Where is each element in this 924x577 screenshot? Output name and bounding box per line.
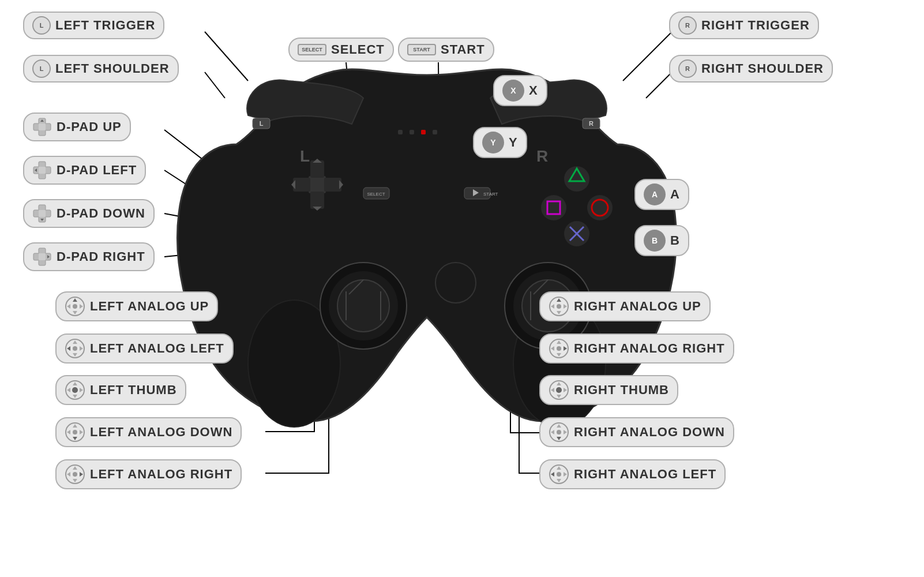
svg-text:SELECT: SELECT [367,192,385,197]
svg-point-116 [73,472,77,477]
a-button-label: A A [634,179,689,210]
svg-marker-106 [73,424,77,428]
y-button-label: Y Y [473,127,527,158]
left-analog-right-label: LEFT ANALOG RIGHT [55,459,242,489]
svg-text:R: R [589,120,594,127]
a-label-text: A [670,187,680,202]
svg-marker-109 [80,430,83,434]
left-trigger-label: L LEFT TRIGGER [23,12,164,39]
svg-rect-76 [33,210,39,217]
right-thumb-text: RIGHT THUMB [574,383,669,398]
svg-marker-131 [557,395,561,398]
svg-rect-72 [39,173,46,179]
right-analog-up-icon [549,296,569,317]
left-analog-right-icon [65,464,85,485]
left-thumb-text: LEFT THUMB [90,383,177,398]
svg-text:L: L [260,120,264,127]
svg-point-140 [557,430,561,434]
right-trigger-text: RIGHT TRIGGER [701,18,810,33]
svg-marker-133 [564,388,567,392]
right-analog-up-label: RIGHT ANALOG UP [539,291,711,321]
right-analog-up-text: RIGHT ANALOG UP [574,299,701,314]
dpad-down-text: D-PAD DOWN [57,206,145,221]
svg-marker-90 [67,304,70,309]
svg-marker-119 [557,311,561,314]
dpad-right-text: D-PAD RIGHT [57,249,145,264]
svg-marker-108 [67,430,70,434]
left-analog-left-text: LEFT ANALOG LEFT [90,341,224,356]
svg-marker-115 [80,472,83,477]
svg-marker-96 [67,346,70,351]
svg-marker-142 [557,466,561,470]
dpad-down-label: D-PAD DOWN [23,199,155,228]
x-icon: X [502,80,524,102]
svg-marker-89 [73,311,77,314]
x-button-label: X X [493,75,547,106]
select-label: SELECT SELECT [288,38,394,62]
svg-rect-82 [33,253,39,260]
svg-marker-107 [73,437,77,440]
svg-text:START: START [483,192,498,197]
left-shoulder-text: LEFT SHOULDER [55,61,170,76]
b-label-text: B [670,233,680,248]
right-analog-down-text: RIGHT ANALOG DOWN [574,425,725,440]
svg-marker-136 [557,424,561,428]
svg-point-53 [435,263,476,303]
svg-marker-125 [557,353,561,357]
svg-rect-22 [398,130,403,134]
svg-marker-139 [564,430,567,434]
svg-marker-126 [551,346,554,351]
left-analog-left-label: LEFT ANALOG LEFT [55,334,234,364]
svg-marker-132 [551,388,554,392]
x-label-text: X [529,83,538,98]
svg-point-134 [556,387,562,393]
svg-marker-144 [551,472,554,477]
left-analog-up-text: LEFT ANALOG UP [90,299,209,314]
left-thumb-label: LEFT THUMB [55,375,186,405]
svg-marker-114 [67,472,70,477]
right-shoulder-label: R RIGHT SHOULDER [669,55,833,83]
svg-marker-143 [557,479,561,482]
svg-marker-91 [80,304,83,309]
svg-rect-66 [39,130,46,136]
svg-rect-84 [39,260,46,265]
left-trigger-icon: L [32,16,51,35]
svg-rect-30 [310,192,324,209]
left-analog-up-icon [65,296,85,317]
b-icon: B [644,230,666,252]
svg-marker-127 [564,346,567,351]
right-analog-left-icon [549,464,569,485]
svg-rect-34 [324,178,341,192]
svg-rect-25 [433,130,437,134]
y-label-text: Y [509,135,518,150]
right-analog-left-label: RIGHT ANALOG LEFT [539,459,726,489]
svg-rect-69 [39,162,46,167]
right-analog-left-text: RIGHT ANALOG LEFT [574,467,716,482]
svg-marker-124 [557,340,561,344]
svg-point-43 [337,280,389,332]
right-thumb-label: RIGHT THUMB [539,375,678,405]
start-text: START [441,42,485,57]
svg-marker-103 [80,388,83,392]
svg-point-98 [73,346,77,351]
start-label: START START [398,38,494,62]
dpad-left-icon [32,160,52,180]
left-analog-down-text: LEFT ANALOG DOWN [90,425,232,440]
svg-marker-145 [564,472,567,477]
svg-marker-102 [67,388,70,392]
svg-marker-130 [557,382,561,385]
a-icon: A [644,183,666,205]
svg-rect-73 [39,167,46,174]
svg-rect-71 [45,167,51,174]
right-analog-right-label: RIGHT ANALOG RIGHT [539,334,734,364]
right-analog-down-icon [549,422,569,443]
dpad-left-label: D-PAD LEFT [23,156,146,185]
right-shoulder-text: RIGHT SHOULDER [701,61,824,76]
svg-rect-26 [421,130,426,134]
left-analog-down-icon [65,422,85,443]
svg-marker-100 [73,382,77,385]
svg-marker-88 [73,298,77,302]
svg-rect-81 [39,248,46,254]
right-trigger-icon: R [678,16,697,35]
svg-rect-75 [39,205,46,211]
